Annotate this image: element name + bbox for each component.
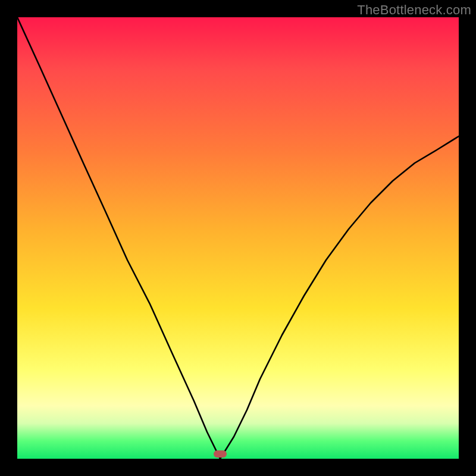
curve-path [17, 17, 459, 459]
plot-area [17, 17, 459, 459]
bottleneck-curve [17, 17, 459, 459]
min-marker [214, 450, 227, 458]
chart-frame: TheBottleneck.com [0, 0, 476, 476]
watermark-text: TheBottleneck.com [357, 2, 471, 18]
